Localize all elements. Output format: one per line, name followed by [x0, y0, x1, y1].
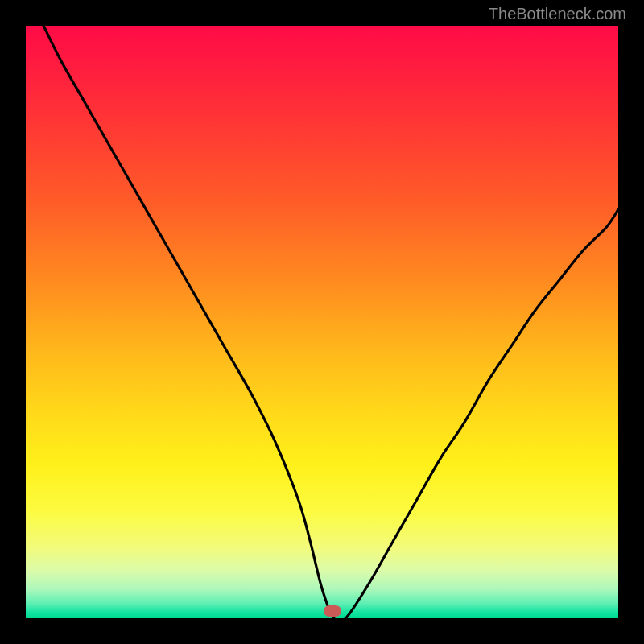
chart-container: TheBottleneck.com: [0, 0, 644, 644]
attribution-text: TheBottleneck.com: [489, 5, 626, 23]
bottleneck-curve: [26, 26, 618, 618]
plot-area: [26, 26, 618, 618]
optimal-point-marker: [324, 605, 341, 617]
